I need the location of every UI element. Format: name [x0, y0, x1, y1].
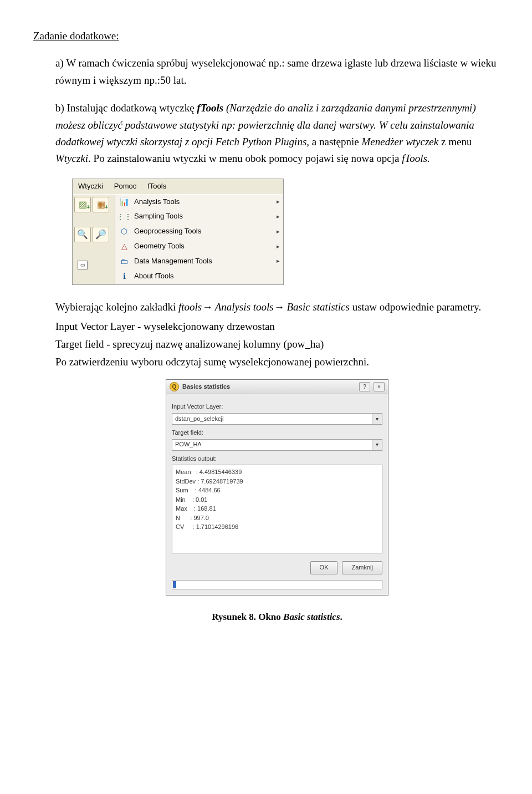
chevron-down-icon[interactable]: ▾: [372, 440, 382, 450]
progress-bar: [172, 580, 382, 589]
menu-geometry-tools[interactable]: △ Geometry Tools ▸: [115, 239, 283, 254]
geoprocessing-icon: ⬡: [119, 227, 130, 237]
dialog-title: Basics statistics: [182, 382, 230, 392]
geometry-icon: △: [119, 241, 130, 251]
p2-before: Wybierając kolejno zakładki: [55, 301, 178, 313]
dock-icon[interactable]: ▭: [78, 261, 88, 269]
ftools-strong: fTools: [197, 102, 223, 114]
ftools-final: fTools.: [402, 152, 430, 164]
stats-output: Mean : 4.49815446339 StdDev : 7.69248719…: [172, 465, 382, 553]
add-layer-icon[interactable]: ▨+: [74, 197, 91, 212]
item-b-t5: . Po zainstalowaniu wtyczki w menu obok …: [88, 152, 402, 164]
zoom-out-icon[interactable]: 🔎: [93, 227, 109, 242]
menubar: Wtyczki Pomoc fTools: [73, 179, 283, 195]
line-sum: Po zatwierdzeniu wyboru odczytaj sumę wy…: [55, 354, 499, 370]
input-layer-value: dstan_po_selekcji: [172, 414, 372, 424]
target-field-label: Target field:: [172, 428, 382, 438]
menu-data-management-tools[interactable]: 🗀 Data Management Tools ▸: [115, 254, 283, 269]
caption-italic: Basic statistics: [283, 612, 340, 622]
close-icon[interactable]: ×: [374, 382, 385, 391]
submenu-arrow-icon: ▸: [277, 197, 280, 207]
help-button[interactable]: ?: [359, 382, 370, 391]
menu-item-label: Geoprocessing Tools: [134, 226, 201, 237]
item-b-p1: b) Instalując dodatkową wtyczkę fTools (…: [55, 100, 499, 167]
analysis-icon: 📊: [119, 197, 130, 207]
p2-path: ftools→ Analysis tools→ Basic statistics: [178, 301, 350, 313]
submenu-arrow-icon: ▸: [277, 242, 280, 252]
data-mgmt-icon: 🗀: [119, 256, 130, 266]
about-icon: ℹ: [119, 271, 130, 281]
input-layer-combo[interactable]: dstan_po_selekcji ▾: [172, 413, 382, 425]
submenu-arrow-icon: ▸: [277, 212, 280, 222]
line-input: Input Vector Layer - wyselekcjonowany dr…: [55, 318, 499, 335]
item-a-text: W ramach ćwiczenia spróbuj wyselekcjonow…: [55, 57, 496, 85]
ftools-dropdown: 📊 Analysis Tools ▸ ⋮⋮ Sampling Tools ▸ ⬡…: [115, 195, 283, 285]
menu-item-label: Sampling Tools: [134, 211, 183, 222]
wtyczki-menu: Wtyczki: [55, 152, 88, 164]
item-a-label: a): [55, 57, 64, 69]
titlebar: Q Basics statistics ? ×: [166, 380, 388, 395]
target-field-value: POW_HA: [172, 440, 372, 450]
menu-analysis-tools[interactable]: 📊 Analysis Tools ▸: [115, 195, 283, 210]
chevron-down-icon[interactable]: ▾: [372, 414, 382, 424]
qgis-icon: Q: [170, 382, 179, 391]
dialog-screenshot: Q Basics statistics ? × Input Vector Lay…: [166, 379, 388, 596]
fetch-python: Fetch Python Plugins,: [216, 136, 309, 147]
menu-item-label: Data Management Tools: [134, 256, 212, 267]
item-a: a) W ramach ćwiczenia spróbuj wyselekcjo…: [55, 55, 499, 89]
item-b-t3: a następnie: [309, 136, 361, 147]
menedzer: Menedżer wtyczek: [361, 136, 438, 147]
figure-caption: Rysunek 8. Okno Basic statistics.: [55, 609, 499, 624]
menu-screenshot: Wtyczki Pomoc fTools ▨+ ▦+ 🔍 🔎 ▭ 📊 Analy…: [72, 179, 284, 286]
item-b-t1: Instalując dodatkową wtyczkę: [67, 102, 197, 114]
add-raster-icon[interactable]: ▦+: [93, 197, 109, 212]
menu-pomoc[interactable]: Pomoc: [109, 179, 142, 194]
menu-ftools[interactable]: fTools: [142, 179, 172, 194]
progress-fill: [173, 581, 176, 588]
item-b-t4: z menu: [438, 136, 472, 147]
submenu-arrow-icon: ▸: [277, 256, 280, 266]
close-button[interactable]: Zamknij: [342, 561, 382, 574]
section-heading: Zadanie dodatkowe:: [33, 28, 499, 44]
menu-item-label: About fTools: [134, 271, 174, 282]
menu-geoprocessing-tools[interactable]: ⬡ Geoprocessing Tools ▸: [115, 224, 283, 239]
input-layer-label: Input Vector Layer:: [172, 402, 382, 412]
zoom-in-icon[interactable]: 🔍: [74, 227, 91, 242]
toolbar: ▨+ ▦+ 🔍 🔎 ▭: [73, 195, 115, 285]
menu-about-ftools[interactable]: ℹ About fTools: [115, 269, 283, 284]
target-field-combo[interactable]: POW_HA ▾: [172, 439, 382, 451]
submenu-arrow-icon: ▸: [277, 227, 280, 237]
line-target: Target field - sprecyzuj nazwę analizowa…: [55, 336, 499, 353]
ok-button[interactable]: OK: [310, 561, 338, 574]
menu-item-label: Geometry Tools: [134, 241, 185, 252]
menu-item-label: Analysis Tools: [134, 196, 180, 208]
item-b-label: b): [55, 102, 64, 114]
item-b-p2: Wybierając kolejno zakładki ftools→ Anal…: [55, 299, 499, 315]
sampling-icon: ⋮⋮: [119, 212, 130, 222]
menu-sampling-tools[interactable]: ⋮⋮ Sampling Tools ▸: [115, 209, 283, 224]
stats-output-label: Statistics output:: [172, 454, 382, 464]
p2-after: ustaw odpowiednie parametry.: [350, 301, 481, 313]
caption-prefix: Rysunek 8. Okno: [212, 612, 283, 622]
caption-suffix: .: [340, 612, 342, 622]
menu-wtyczki[interactable]: Wtyczki: [73, 179, 109, 194]
